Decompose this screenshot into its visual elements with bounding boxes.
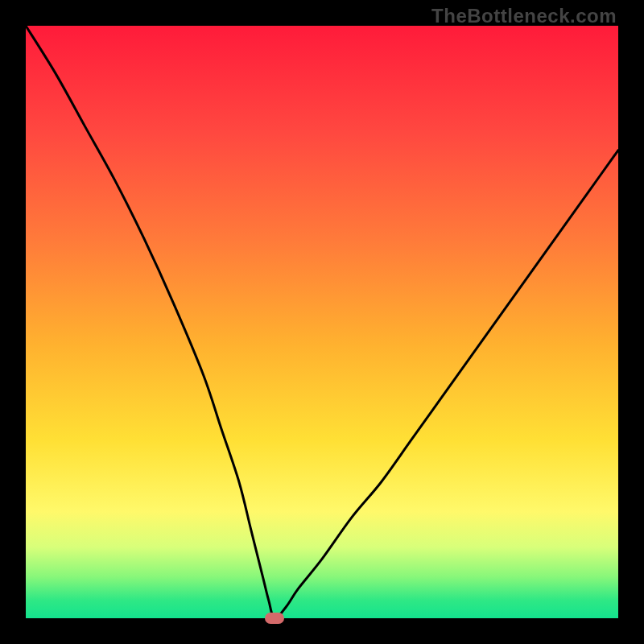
watermark-text: TheBottleneck.com — [431, 5, 617, 27]
chart-frame: TheBottleneck.com — [0, 0, 644, 644]
bottleneck-curve — [26, 26, 618, 618]
curve-path — [26, 26, 618, 618]
min-marker — [265, 613, 284, 624]
plot-area — [26, 26, 618, 618]
